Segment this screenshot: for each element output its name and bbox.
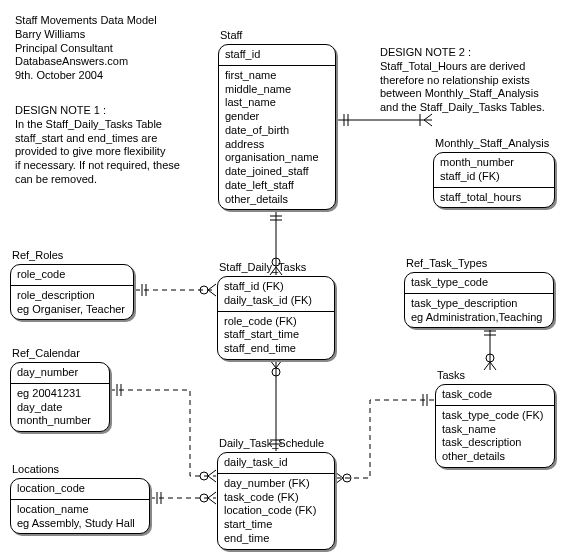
entity-title: Ref_Task_Types bbox=[406, 257, 487, 269]
svg-line-38 bbox=[335, 472, 343, 478]
author: Barry Williams bbox=[15, 28, 85, 40]
svg-line-45 bbox=[490, 362, 496, 370]
entity-title: Daily_Task_Schedule bbox=[219, 437, 324, 449]
svg-line-5 bbox=[424, 120, 432, 126]
entity-title: Staff bbox=[220, 29, 242, 41]
entity-ref-task-types: Ref_Task_Types task_type_code task_type_… bbox=[404, 272, 554, 328]
entity-ref-roles: Ref_Roles role_code role_description eg … bbox=[10, 264, 134, 320]
svg-line-17 bbox=[208, 290, 216, 296]
entity-pk: month_number staff_id (FK) bbox=[434, 153, 554, 187]
entity-title: Locations bbox=[12, 463, 59, 475]
entity-pk: location_code bbox=[11, 479, 149, 499]
svg-line-34 bbox=[276, 360, 282, 368]
entity-attrs: task_type_description eg Administration,… bbox=[405, 293, 553, 328]
entity-staff: Staff staff_id first_name middle_name la… bbox=[218, 44, 336, 210]
note1-body: In the Staff_Daily_Tasks Table staff_sta… bbox=[15, 118, 180, 185]
entity-pk: task_type_code bbox=[405, 273, 553, 293]
entity-title: Ref_Calendar bbox=[12, 347, 80, 359]
entity-attrs: eg 20041231 day_date month_number bbox=[11, 383, 109, 431]
entity-title: Ref_Roles bbox=[12, 249, 63, 261]
entity-pk: daily_task_id bbox=[218, 453, 334, 473]
svg-line-28 bbox=[208, 498, 216, 504]
svg-line-44 bbox=[484, 362, 490, 370]
entity-tasks: Tasks task_code task_type_code (FK) task… bbox=[435, 384, 555, 468]
svg-point-20 bbox=[200, 472, 208, 480]
entity-attrs: staff_total_hours bbox=[434, 187, 554, 208]
entity-title: Monthly_Staff_Analysis bbox=[435, 137, 549, 149]
entity-daily-task-schedule: Daily_Task_Schedule daily_task_id day_nu… bbox=[217, 452, 335, 550]
entity-attrs: location_name eg Assembly, Study Hall bbox=[11, 499, 149, 534]
entity-attrs: role_code (FK) staff_start_time staff_en… bbox=[218, 311, 334, 359]
design-note-1: DESIGN NOTE 1 : In the Staff_Daily_Tasks… bbox=[15, 104, 180, 187]
entity-pk: day_number bbox=[11, 363, 109, 383]
note2-title: DESIGN NOTE 2 : bbox=[380, 46, 471, 58]
author-role: Principal Consultant bbox=[15, 42, 113, 54]
diagram-title: Staff Movements Data Model bbox=[15, 14, 157, 26]
svg-line-21 bbox=[208, 470, 216, 476]
svg-line-33 bbox=[270, 360, 276, 368]
svg-line-16 bbox=[208, 284, 216, 290]
diagram-canvas: Staff Movements Data Model Barry William… bbox=[0, 0, 574, 560]
entity-attrs: task_type_code (FK) task_name task_descr… bbox=[436, 405, 554, 467]
svg-line-39 bbox=[335, 478, 343, 484]
entity-title: Staff_Daily_Tasks bbox=[219, 261, 306, 273]
entity-pk: task_code bbox=[436, 385, 554, 405]
svg-line-4 bbox=[424, 114, 432, 120]
svg-point-26 bbox=[200, 494, 208, 502]
svg-point-32 bbox=[272, 368, 280, 376]
svg-line-22 bbox=[208, 476, 216, 482]
entity-pk: staff_id bbox=[219, 45, 335, 65]
entity-locations: Locations location_code location_name eg… bbox=[10, 478, 150, 534]
entity-attrs: first_name middle_name last_name gender … bbox=[219, 65, 335, 210]
entity-ref-calendar: Ref_Calendar day_number eg 20041231 day_… bbox=[10, 362, 110, 432]
date: 9th. October 2004 bbox=[15, 69, 103, 81]
entity-staff-daily-tasks: Staff_Daily_Tasks staff_id (FK) daily_ta… bbox=[217, 276, 335, 360]
note1-title: DESIGN NOTE 1 : bbox=[15, 104, 106, 116]
entity-title: Tasks bbox=[437, 369, 465, 381]
entity-attrs: day_number (FK) task_code (FK) location_… bbox=[218, 473, 334, 549]
entity-attrs: role_description eg Organiser, Teacher bbox=[11, 285, 133, 320]
svg-line-27 bbox=[208, 492, 216, 498]
design-note-2: DESIGN NOTE 2 : Staff_Total_Hours are de… bbox=[380, 46, 545, 115]
site: DatabaseAnswers.com bbox=[15, 55, 128, 67]
entity-pk: role_code bbox=[11, 265, 133, 285]
entity-pk: staff_id (FK) daily_task_id (FK) bbox=[218, 277, 334, 311]
svg-point-43 bbox=[486, 354, 494, 362]
svg-point-37 bbox=[343, 474, 351, 482]
header-block: Staff Movements Data Model Barry William… bbox=[15, 14, 157, 83]
entity-monthly-staff-analysis: Monthly_Staff_Analysis month_number staf… bbox=[433, 152, 555, 208]
note2-body: Staff_Total_Hours are derived therefore … bbox=[380, 60, 545, 113]
svg-point-15 bbox=[200, 286, 208, 294]
